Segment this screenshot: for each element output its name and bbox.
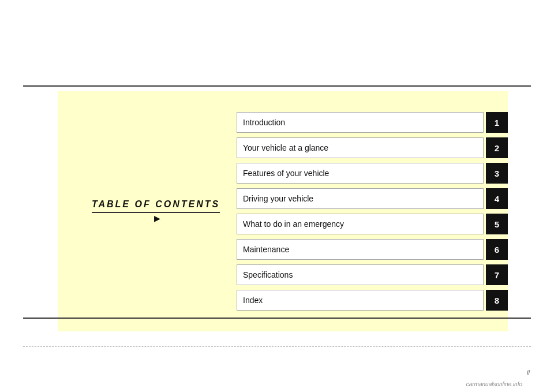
toc-row[interactable]: Driving your vehicle4 (237, 188, 508, 209)
toc-item-label: Maintenance (237, 239, 484, 260)
toc-item-number: 5 (486, 214, 508, 234)
title-arrow-icon: ▶ (154, 214, 160, 223)
top-rule (23, 85, 531, 87)
toc-item-number: 2 (486, 137, 508, 158)
toc-item-label: Your vehicle at a glance (237, 137, 484, 158)
main-content: TABLE OF CONTENTS ▶ Introduction1Your ve… (58, 91, 508, 331)
toc-item-label: What to do in an emergency (237, 214, 484, 234)
toc-item-number: 7 (486, 264, 508, 285)
toc-item-label: Specifications (237, 264, 484, 285)
toc-row[interactable]: What to do in an emergency5 (237, 214, 508, 234)
toc-row[interactable]: Maintenance6 (237, 239, 508, 260)
toc-list: Introduction1Your vehicle at a glance2Fe… (237, 112, 508, 311)
toc-row[interactable]: Index8 (237, 290, 508, 311)
toc-item-number: 1 (486, 112, 508, 133)
toc-item-label: Introduction (237, 112, 484, 133)
toc-row[interactable]: Features of your vehicle3 (237, 163, 508, 184)
toc-row[interactable]: Your vehicle at a glance2 (237, 137, 508, 158)
toc-item-label: Index (237, 290, 484, 311)
toc-item-number: 6 (486, 239, 508, 260)
toc-row[interactable]: Introduction1 (237, 112, 508, 133)
toc-item-label: Features of your vehicle (237, 163, 484, 184)
toc-item-number: 4 (486, 188, 508, 209)
toc-item-number: 3 (486, 163, 508, 184)
dashed-rule (23, 346, 531, 347)
bottom-rule (23, 318, 531, 319)
page-number: ii (527, 369, 530, 376)
toc-item-number: 8 (486, 290, 508, 311)
title-area: TABLE OF CONTENTS ▶ (87, 199, 225, 223)
table-of-contents-title: TABLE OF CONTENTS (92, 199, 220, 213)
watermark: carmanualsonline.info (466, 381, 522, 387)
page-container: TABLE OF CONTENTS ▶ Introduction1Your ve… (0, 0, 554, 392)
toc-item-label: Driving your vehicle (237, 188, 484, 209)
toc-row[interactable]: Specifications7 (237, 264, 508, 285)
left-panel: TABLE OF CONTENTS ▶ (75, 188, 237, 235)
